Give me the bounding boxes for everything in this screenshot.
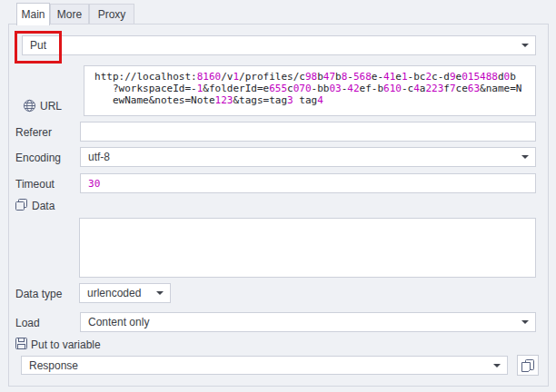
timeout-label: Timeout xyxy=(15,179,55,190)
put-to-variable-select[interactable]: Response xyxy=(21,356,508,375)
data-label: Data xyxy=(32,201,55,211)
load-label: Load xyxy=(15,318,40,328)
copy-to-clipboard-button[interactable] xyxy=(517,355,539,376)
tab-main[interactable]: Main xyxy=(16,3,50,25)
encoding-value: utf-8 xyxy=(88,151,110,163)
data-textarea[interactable] xyxy=(79,218,536,278)
chevron-down-icon xyxy=(521,155,529,159)
url-line: ewName&notes=Note123&tags=tag3 tag4 xyxy=(94,94,525,106)
put-to-variable-label: Put to variable xyxy=(31,339,101,350)
data-type-select[interactable]: urlencoded xyxy=(79,283,171,303)
http-request-settings-window: Main More Proxy Put URL http://localhost… xyxy=(0,0,556,392)
load-select[interactable]: Content only xyxy=(80,312,536,332)
data-type-label: Data type xyxy=(15,289,62,299)
chevron-down-icon xyxy=(521,320,529,324)
chevron-down-icon xyxy=(521,44,529,47)
tab-proxy[interactable]: Proxy xyxy=(89,4,134,24)
tab-proxy-label: Proxy xyxy=(98,8,126,21)
data-type-value: urlencoded xyxy=(87,287,141,299)
timeout-input[interactable]: 30 xyxy=(80,173,536,193)
globe-icon xyxy=(23,99,36,113)
url-input[interactable]: http://localhost:8160/v1/profiles/c98b47… xyxy=(84,65,536,116)
encoding-label: Encoding xyxy=(15,152,61,163)
tab-more[interactable]: More xyxy=(50,4,89,24)
chevron-down-icon xyxy=(156,291,164,295)
url-line: http://localhost:8160/v1/profiles/c98b47… xyxy=(94,71,525,83)
timeout-value: 30 xyxy=(88,178,100,190)
load-value: Content only xyxy=(88,316,149,328)
referer-label: Referer xyxy=(15,127,52,138)
copy-pages-icon xyxy=(521,359,534,372)
copy-icon xyxy=(15,199,27,211)
referer-input[interactable] xyxy=(80,122,536,142)
encoding-select[interactable]: utf-8 xyxy=(80,147,536,167)
chevron-down-icon xyxy=(493,364,501,368)
method-select[interactable]: Put xyxy=(22,35,536,55)
url-label: URL xyxy=(40,101,62,112)
tab-main-label: Main xyxy=(21,8,45,21)
save-icon xyxy=(15,338,27,349)
url-line: ?workspaceId=-1&folderId=e655c070-bb03-4… xyxy=(94,83,525,94)
tab-more-label: More xyxy=(57,8,82,21)
put-to-variable-value: Response xyxy=(29,359,78,372)
method-value: Put xyxy=(30,39,46,52)
